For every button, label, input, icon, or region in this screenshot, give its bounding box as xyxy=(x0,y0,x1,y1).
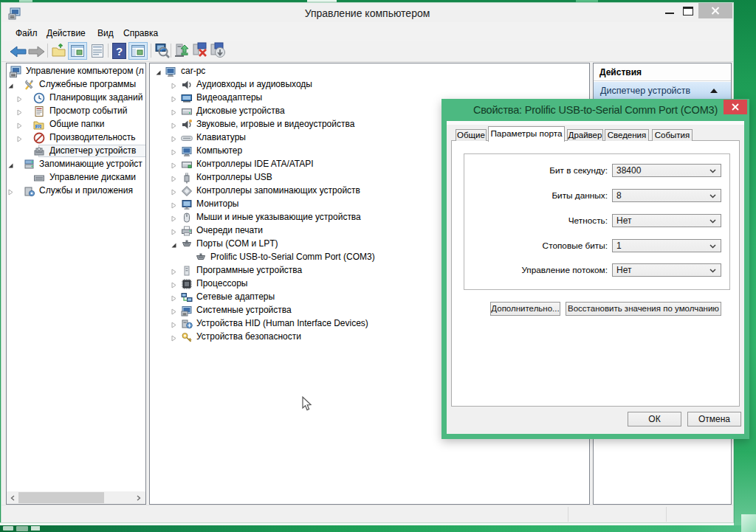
svg-text:22: 22 xyxy=(36,125,41,129)
